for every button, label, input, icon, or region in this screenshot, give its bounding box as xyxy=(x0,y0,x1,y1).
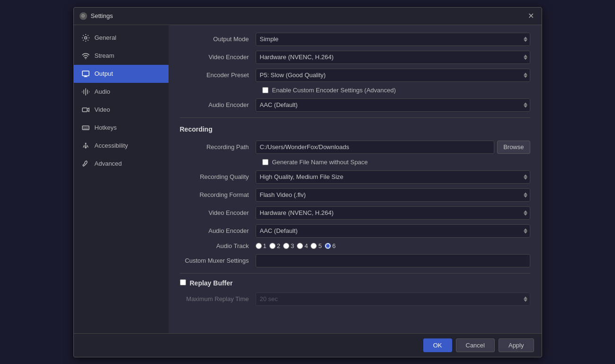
output-mode-row: Output Mode Simple xyxy=(180,33,530,46)
ok-button[interactable]: OK xyxy=(423,338,452,352)
custom-muxer-input[interactable] xyxy=(256,254,530,267)
output-mode-select-wrapper: Simple xyxy=(256,33,530,46)
max-replay-time-input-wrapper: 20 sec xyxy=(256,293,530,306)
sidebar-label-advanced: Advanced xyxy=(95,160,122,167)
settings-dialog-icon: ⚙ xyxy=(80,12,87,20)
custom-encoder-checkbox[interactable] xyxy=(262,87,268,93)
sidebar-item-stream[interactable]: Stream xyxy=(74,47,169,65)
replay-buffer-checkbox[interactable] xyxy=(180,279,186,285)
audio-tracks: 1 2 3 4 5 xyxy=(256,242,336,249)
recording-path-input[interactable]: C:/Users/WonderFox/Downloads xyxy=(256,141,495,154)
cancel-button[interactable]: Cancel xyxy=(456,338,495,352)
gear-icon xyxy=(81,34,90,42)
video-encoder-label: Video Encoder xyxy=(180,53,256,61)
divider-1 xyxy=(180,117,530,118)
rec-audio-encoder-row: Audio Encoder AAC (Default) xyxy=(180,224,530,238)
sidebar-item-hotkeys[interactable]: Hotkeys xyxy=(74,119,169,137)
wrench-icon xyxy=(81,160,90,168)
custom-encoder-row: Enable Custom Encoder Settings (Advanced… xyxy=(180,87,530,94)
audio-track-radio-3[interactable] xyxy=(283,243,289,249)
generate-filename-checkbox[interactable] xyxy=(262,159,268,165)
recording-format-select-wrapper: Flash Video (.flv) xyxy=(256,188,530,202)
monitor-icon xyxy=(81,70,90,78)
footer: OK Cancel Apply xyxy=(74,333,542,357)
output-mode-label: Output Mode xyxy=(180,36,256,43)
audio-track-radio-6[interactable] xyxy=(325,243,331,249)
recording-path-row: Recording Path C:/Users/WonderFox/Downlo… xyxy=(180,141,530,154)
browse-button[interactable]: Browse xyxy=(497,141,530,154)
sidebar-item-accessibility[interactable]: Accessibility xyxy=(74,137,169,155)
video-encoder-select-wrapper: Hardware (NVENC, H.264) xyxy=(256,51,530,64)
audio-track-3: 3 xyxy=(283,242,294,249)
recording-format-select[interactable]: Flash Video (.flv) xyxy=(256,188,530,202)
replay-buffer-title: Replay Buffer xyxy=(190,279,233,287)
max-replay-time-row: Maximum Replay Time 20 sec xyxy=(180,293,530,306)
close-button[interactable]: ✕ xyxy=(526,11,536,21)
svg-point-5 xyxy=(85,142,86,144)
sidebar-label-output: Output xyxy=(95,70,113,77)
video-encoder-select[interactable]: Hardware (NVENC, H.264) xyxy=(256,51,530,64)
svg-rect-4 xyxy=(82,126,89,130)
sidebar-item-advanced[interactable]: Advanced xyxy=(74,155,169,173)
sidebar-item-video[interactable]: Video xyxy=(74,101,169,119)
wifi-icon xyxy=(81,52,90,60)
audio-track-label-4: 4 xyxy=(304,242,308,249)
audio-track-label-6: 6 xyxy=(332,242,336,249)
content-area: Output Mode Simple Video Encoder Hardw xyxy=(169,25,542,333)
sidebar-item-general[interactable]: General xyxy=(74,29,169,47)
dialog-title: Settings xyxy=(91,12,113,19)
audio-track-row: Audio Track 1 2 3 xyxy=(180,242,530,249)
audio-track-radio-2[interactable] xyxy=(269,243,276,249)
audio-encoder-select[interactable]: AAC (Default) xyxy=(256,98,530,112)
recording-quality-select[interactable]: High Quality, Medium File Size xyxy=(256,170,530,184)
sidebar-label-accessibility: Accessibility xyxy=(95,142,128,149)
audio-track-label-5: 5 xyxy=(318,242,321,249)
divider-2 xyxy=(180,273,530,274)
custom-encoder-label: Enable Custom Encoder Settings (Advanced… xyxy=(272,87,396,94)
max-replay-time-input[interactable]: 20 sec xyxy=(256,293,530,306)
svg-rect-3 xyxy=(82,108,87,112)
generate-filename-row: Generate File Name without Space xyxy=(180,159,530,166)
recording-quality-label: Recording Quality xyxy=(180,173,256,180)
audio-track-1: 1 xyxy=(256,242,267,249)
recording-format-row: Recording Format Flash Video (.flv) xyxy=(180,188,530,202)
encoder-preset-select-wrapper: P5: Slow (Good Quality) xyxy=(256,69,530,82)
audio-track-radio-4[interactable] xyxy=(297,243,303,249)
svg-point-1 xyxy=(85,58,86,59)
sidebar-label-stream: Stream xyxy=(95,52,115,59)
audio-track-label-1: 1 xyxy=(263,242,267,249)
sidebar-item-output[interactable]: Output xyxy=(74,65,169,83)
settings-dialog: ⚙ Settings ✕ General xyxy=(73,7,542,357)
encoder-preset-row: Encoder Preset P5: Slow (Good Quality) xyxy=(180,69,530,82)
rec-video-encoder-row: Video Encoder Hardware (NVENC, H.264) xyxy=(180,206,530,220)
output-mode-select[interactable]: Simple xyxy=(256,33,530,46)
audio-track-label: Audio Track xyxy=(180,242,256,249)
audio-track-4: 4 xyxy=(297,242,308,249)
replay-buffer-checkbox-wrapper xyxy=(180,279,186,287)
audio-track-2: 2 xyxy=(269,242,280,249)
audio-encoder-label: Audio Encoder xyxy=(180,101,256,108)
recording-section-header: Recording xyxy=(180,125,530,135)
audio-track-radio-1[interactable] xyxy=(256,243,262,249)
rec-audio-encoder-select[interactable]: AAC (Default) xyxy=(256,224,530,238)
apply-button[interactable]: Apply xyxy=(499,338,534,352)
recording-quality-select-wrapper: High Quality, Medium File Size xyxy=(256,170,530,184)
rec-video-encoder-select[interactable]: Hardware (NVENC, H.264) xyxy=(256,206,530,220)
max-replay-time-label: Maximum Replay Time xyxy=(180,295,256,302)
sidebar-item-audio[interactable]: Audio xyxy=(74,83,169,101)
main-content: General Stream xyxy=(74,25,542,333)
audio-track-5: 5 xyxy=(311,242,321,249)
custom-muxer-row: Custom Muxer Settings xyxy=(180,254,530,267)
recording-quality-row: Recording Quality High Quality, Medium F… xyxy=(180,170,530,184)
audio-encoder-select-wrapper: AAC (Default) xyxy=(256,98,530,112)
audio-track-label-3: 3 xyxy=(291,242,294,249)
audio-icon xyxy=(81,88,90,96)
svg-rect-2 xyxy=(82,71,89,76)
replay-buffer-section: Replay Buffer xyxy=(180,279,530,287)
rec-audio-encoder-select-wrapper: AAC (Default) xyxy=(256,224,530,238)
encoder-preset-select[interactable]: P5: Slow (Good Quality) xyxy=(256,69,530,82)
audio-track-radio-5[interactable] xyxy=(311,243,317,249)
sidebar-label-hotkeys: Hotkeys xyxy=(95,124,117,131)
encoder-preset-label: Encoder Preset xyxy=(180,71,256,79)
audio-encoder-row: Audio Encoder AAC (Default) xyxy=(180,98,530,112)
